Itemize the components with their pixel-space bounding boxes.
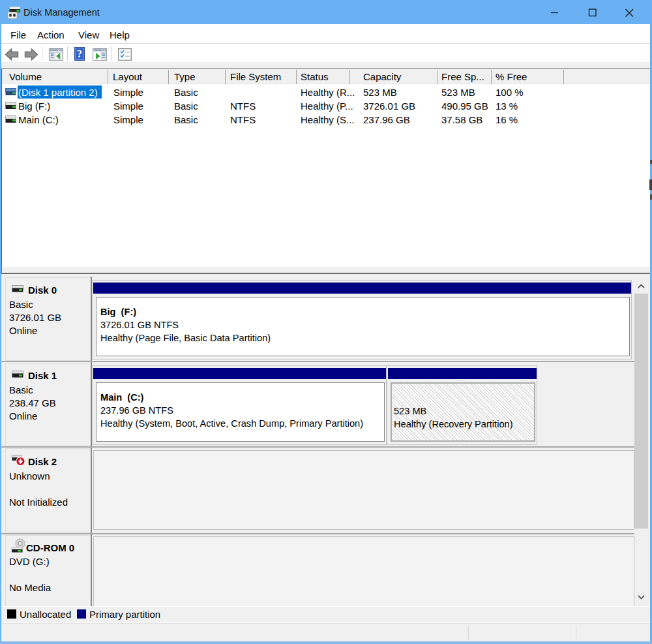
svg-text:?: ? bbox=[77, 48, 82, 59]
